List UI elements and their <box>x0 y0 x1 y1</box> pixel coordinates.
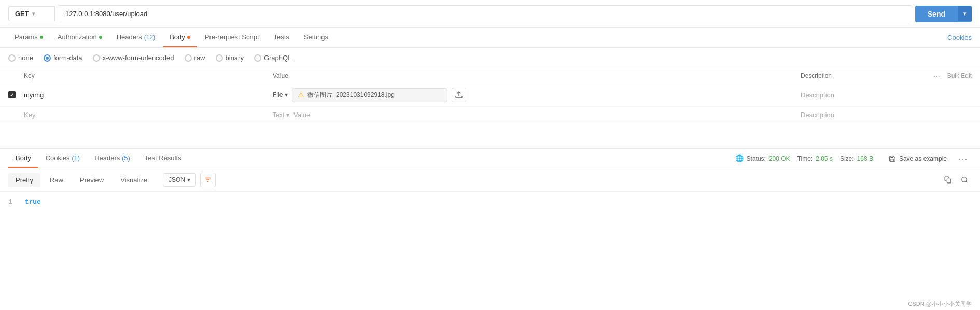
tab-tests[interactable]: Tests <box>268 28 296 47</box>
send-button[interactable]: Send <box>915 6 958 22</box>
preview-label: Preview <box>80 176 104 184</box>
tab-settings[interactable]: Settings <box>298 28 334 47</box>
bulk-edit-btn[interactable]: Bulk Edit <box>947 72 972 79</box>
format-select[interactable]: JSON ▾ <box>163 173 196 187</box>
radio-urlencoded[interactable]: x-www-form-urlencoded <box>93 54 174 62</box>
col-desc-header: Description <box>801 72 930 79</box>
radio-raw-circle <box>185 54 192 62</box>
key-value-0: myimg <box>24 91 44 99</box>
radio-form-data[interactable]: form-data <box>44 54 82 62</box>
test-results-label: Test Results <box>145 154 181 162</box>
row-value-cell-0: File ▾ ⚠ 微信图片_20231031092918.jpg <box>273 88 801 102</box>
url-bar: GET ▾ Send ▾ <box>0 0 980 28</box>
resp-headers-count: (5) <box>122 154 130 162</box>
response-content: 1 true <box>0 192 980 212</box>
bottom-tabs-wrapper: Body Cookies (1) Headers (5) Test Result… <box>0 149 980 168</box>
url-input[interactable] <box>59 5 911 22</box>
new-desc[interactable]: Description <box>801 111 930 119</box>
authorization-dot <box>99 36 102 39</box>
warning-icon-0: ⚠ <box>298 91 304 99</box>
tab-params[interactable]: Params <box>8 28 49 47</box>
search-icon <box>961 176 968 184</box>
checkbox-0[interactable] <box>8 91 16 98</box>
radio-graphql[interactable]: GraphQL <box>254 54 291 62</box>
new-value-placeholder[interactable]: Value <box>293 111 310 119</box>
response-tab-headers[interactable]: Headers (5) <box>87 149 137 168</box>
response-headers-label: Headers <box>94 154 120 162</box>
radio-none-label: none <box>18 54 33 62</box>
footer-text: CSDN @小小小小关同学 <box>908 301 972 307</box>
filter-icon <box>204 176 212 184</box>
radio-graphql-circle <box>254 54 261 62</box>
resp-format-raw[interactable]: Raw <box>43 173 71 187</box>
save-example-btn[interactable]: Save as example <box>885 155 951 162</box>
response-tab-cookies[interactable]: Cookies (1) <box>38 149 87 168</box>
radio-form-data-circle <box>44 54 51 62</box>
radio-urlencoded-label: x-www-form-urlencoded <box>103 54 174 62</box>
value-type-select-0[interactable]: File ▾ <box>273 91 288 98</box>
response-tab-body[interactable]: Body <box>8 149 38 168</box>
response-body-label: Body <box>16 154 31 162</box>
radio-binary-circle <box>216 54 223 62</box>
line-number: 1 <box>8 198 12 206</box>
new-desc-placeholder: Description <box>801 111 834 119</box>
radio-binary[interactable]: binary <box>216 54 244 62</box>
cookies-link[interactable]: Cookies <box>947 29 972 47</box>
new-value-cell: Text ▾ Value <box>273 111 801 119</box>
send-button-group: Send ▾ <box>915 6 972 22</box>
search-btn[interactable] <box>957 173 972 187</box>
size-label: Size: <box>840 155 854 162</box>
new-type-label: Text <box>273 111 284 119</box>
resp-format-visualize[interactable]: Visualize <box>113 173 155 187</box>
file-value-0: ⚠ 微信图片_20231031092918.jpg <box>292 88 447 102</box>
tab-authorization[interactable]: Authorization <box>51 28 108 47</box>
response-value: true <box>25 198 41 206</box>
time-label: Time: <box>797 155 813 162</box>
cookies-count: (1) <box>72 154 80 162</box>
tab-headers-label: Headers <box>117 33 142 41</box>
more-actions-btn[interactable]: ··· <box>934 72 940 80</box>
request-tabs: Params Authorization Headers (12) Body P… <box>0 28 980 48</box>
more-dots[interactable]: ⋯ <box>958 153 968 164</box>
response-status-info: 🌐 Status: 200 OK Time: 2.05 s Size: 168 … <box>735 153 972 164</box>
upload-btn-0[interactable] <box>452 88 466 102</box>
tab-body[interactable]: Body <box>163 28 197 47</box>
method-select[interactable]: GET ▾ <box>8 6 55 21</box>
bottom-section: Body Cookies (1) Headers (5) Test Result… <box>0 148 980 212</box>
radio-none-circle <box>8 54 16 62</box>
body-type-row: none form-data x-www-form-urlencoded raw… <box>0 48 980 68</box>
save-example-label: Save as example <box>899 155 947 162</box>
tab-pre-request[interactable]: Pre-request Script <box>199 28 265 47</box>
copy-icon <box>944 176 951 184</box>
globe-icon: 🌐 <box>735 154 744 163</box>
form-new-row: Key Text ▾ Value Description <box>0 107 980 123</box>
svg-rect-4 <box>947 179 951 183</box>
method-chevron: ▾ <box>32 11 35 17</box>
save-icon <box>889 155 896 162</box>
row-checkbox-0[interactable] <box>8 91 24 98</box>
new-type-select[interactable]: Text ▾ <box>273 111 289 119</box>
radio-none[interactable]: none <box>8 54 33 62</box>
filter-btn[interactable] <box>200 173 216 187</box>
radio-raw[interactable]: raw <box>185 54 205 62</box>
resp-format-pretty[interactable]: Pretty <box>8 173 40 187</box>
new-key-placeholder: Key <box>24 111 35 119</box>
row-desc-0[interactable]: Description <box>801 91 930 99</box>
tab-headers[interactable]: Headers (12) <box>110 28 161 47</box>
tab-pre-request-label: Pre-request Script <box>205 33 259 41</box>
form-row-0: myimg File ▾ ⚠ 微信图片_20231031092918.jpg D… <box>0 83 980 107</box>
time-value: 2.05 s <box>816 155 833 162</box>
new-key-input[interactable]: Key <box>24 111 273 119</box>
response-tab-test-results[interactable]: Test Results <box>137 149 189 168</box>
resp-format-preview[interactable]: Preview <box>73 173 111 187</box>
tab-params-label: Params <box>15 33 38 41</box>
send-dropdown[interactable]: ▾ <box>958 6 972 21</box>
tab-tests-label: Tests <box>274 33 289 41</box>
new-type-chevron: ▾ <box>286 111 289 119</box>
method-value: GET <box>15 10 29 18</box>
value-type-chevron-0: ▾ <box>285 91 288 98</box>
pretty-label: Pretty <box>16 176 33 184</box>
copy-btn[interactable] <box>941 173 955 187</box>
radio-urlencoded-circle <box>93 54 100 62</box>
row-key-0[interactable]: myimg <box>24 91 273 99</box>
